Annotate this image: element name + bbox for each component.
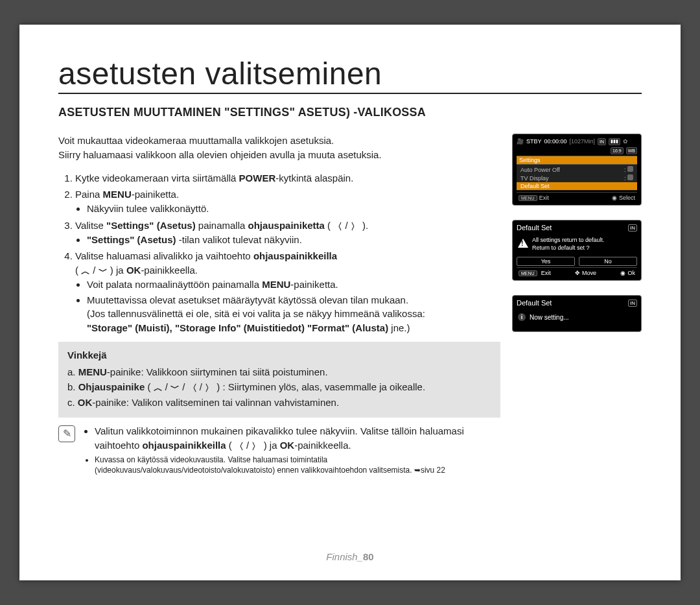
record-time: 00:00:00 — [544, 138, 567, 145]
screen3-title-row: Default Set IN — [517, 299, 637, 307]
extra-icons: ✿ — [623, 138, 628, 145]
menu-row-autopoweroff: Auto Power Off: — [517, 165, 637, 174]
no-button[interactable]: No — [579, 257, 637, 266]
step-3-sub: "Settings" (Asetus) -tilan valikot tulev… — [87, 233, 500, 247]
storage-in-badge: IN — [598, 138, 606, 145]
exit-label: Exit — [539, 195, 549, 201]
note-list: Valitun valikkotoiminnon mukainen pikava… — [83, 424, 500, 476]
chevron-right-icon: 〉 — [251, 441, 261, 451]
body-text: Voit mukauttaa videokameraa muuttamalla … — [58, 134, 500, 476]
screenshots-column: 🎥 STBY 00:00:00 [1027Min] IN ▮▮▮ ✿ 16:9 … — [512, 134, 642, 476]
exit-label: Exit — [541, 270, 551, 276]
section-heading: ASETUSTEN MUUTTAMINEN "SETTINGS" ASETUS)… — [58, 106, 642, 119]
warning-icon — [518, 239, 528, 248]
page-number: Finnish_80 — [326, 551, 373, 562]
camera-screen-nowsetting: Default Set IN i Now setting... — [512, 295, 642, 332]
settings-header: Settings — [517, 156, 637, 165]
step-4-sub2: Muutettavissa olevat asetukset määräytyv… — [87, 293, 500, 335]
tvdisplay-icon — [627, 174, 633, 180]
info-icon: i — [518, 313, 526, 321]
screen3-body: i Now setting... — [517, 309, 637, 327]
screen2-title-row: Default Set IN — [517, 224, 637, 231]
chevron-down-icon: ﹀ — [170, 383, 180, 393]
chevron-down-icon: ﹀ — [99, 266, 108, 276]
intro-paragraph: Voit mukauttaa videokameraa muuttamalla … — [58, 134, 500, 162]
storage-in-badge: IN — [628, 300, 637, 307]
tips-list: a. MENU-painike: Valikkoon siirtyminen t… — [67, 365, 491, 410]
chevron-left-icon: 〈 — [333, 221, 342, 231]
screen1-subbar: 16:9 WB — [517, 147, 637, 154]
screen1-statusbar: 🎥 STBY 00:00:00 [1027Min] IN ▮▮▮ ✿ — [517, 137, 637, 145]
yes-button[interactable]: Yes — [517, 257, 575, 266]
screen2-bottombar: MENUExit ✥ Move ◉ Ok — [517, 267, 637, 276]
chevron-left-icon: 〈 — [235, 441, 244, 451]
step-1: Kytke videokameraan virta siirtämällä PO… — [75, 171, 500, 185]
step-2-sub: Näkyviin tulee valikkonäyttö. — [87, 202, 500, 216]
intro-line2: Siirry haluamaasi valikkoon alla olevien… — [58, 149, 382, 160]
page-title: asetusten valitseminen — [58, 56, 642, 94]
note-icon: ✎ — [58, 425, 75, 442]
menu-row-tvdisplay: TV Display: — [517, 174, 637, 182]
step-4: Valitse haluamasi alivalikko ja vaihtoeh… — [75, 249, 500, 335]
wb-icon: WB — [626, 147, 637, 154]
ok-label: Ok — [627, 270, 635, 276]
note-1: Valitun valikkotoiminnon mukainen pikava… — [95, 424, 500, 453]
chevron-left-icon: 〈 — [188, 383, 197, 393]
tip-a: a. MENU-painike: Valikkoon siirtyminen t… — [67, 365, 491, 379]
battery-icon: ▮▮▮ — [609, 138, 620, 145]
screen3-title: Default Set — [517, 299, 552, 307]
steps-list: Kytke videokameraan virta siirtämällä PO… — [58, 171, 500, 335]
screen2-body: All settings return to default. Return t… — [517, 234, 637, 253]
screen1-bottombar: MENUExit ◉ Select — [517, 192, 637, 201]
camcorder-icon: 🎥 — [517, 138, 524, 145]
autopoweroff-icon — [627, 166, 633, 172]
settings-menu-body: Auto Power Off: TV Display: Default Set — [517, 165, 637, 191]
camera-screen-confirm: Default Set IN All settings return to de… — [512, 220, 642, 281]
aspect-badge: 16:9 — [611, 147, 624, 154]
tip-c: c. OK-painike: Valikon valitseminen tai … — [67, 396, 491, 410]
tips-box: Vinkkejä a. MENU-painike: Valikkoon siir… — [58, 342, 500, 418]
step-2: Paina MENU-painiketta. Näkyviin tulee va… — [75, 187, 500, 216]
camera-screen-settings: 🎥 STBY 00:00:00 [1027Min] IN ▮▮▮ ✿ 16:9 … — [512, 134, 642, 206]
remain-time: [1027Min] — [570, 138, 596, 145]
chevron-right-icon: 〉 — [205, 383, 214, 393]
intro-line1: Voit mukauttaa videokameraa muuttamalla … — [58, 135, 334, 146]
step-4-sub1: Voit palata normaalinäyttöön painamalla … — [87, 278, 500, 292]
chevron-up-icon: ︿ — [154, 383, 163, 393]
note-2: Kuvassa on käytössä videokuvaustila. Val… — [95, 455, 500, 475]
content-wrap: Voit mukauttaa videokameraa muuttamalla … — [58, 134, 642, 476]
tip-b: b. Ohjauspainike ( ︿ / ﹀ / 〈 / 〉 ) : Sii… — [67, 380, 491, 394]
chevron-up-icon: ︿ — [81, 266, 90, 276]
chevron-right-icon: 〉 — [351, 221, 360, 231]
menu-chip: MENU — [519, 195, 537, 201]
screen2-message: All settings return to default. Return t… — [532, 237, 605, 252]
tips-title: Vinkkejä — [67, 348, 491, 362]
step-3: Valitse "Settings" (Asetus) painamalla o… — [75, 219, 500, 247]
menu-chip: MENU — [519, 270, 537, 276]
now-setting-label: Now setting... — [530, 314, 569, 321]
note-block: ✎ Valitun valikkotoiminnon mukainen pika… — [58, 424, 500, 476]
manual-page: asetusten valitseminen ASETUSTEN MUUTTAM… — [19, 25, 681, 580]
yes-no-row: Yes No — [517, 257, 637, 266]
menu-row-defaultset: Default Set — [517, 182, 637, 190]
select-label: Select — [619, 195, 635, 201]
move-label: Move — [582, 270, 596, 276]
stby-label: STBY — [526, 138, 542, 145]
screen2-title: Default Set — [517, 224, 552, 231]
storage-in-badge: IN — [628, 224, 637, 231]
